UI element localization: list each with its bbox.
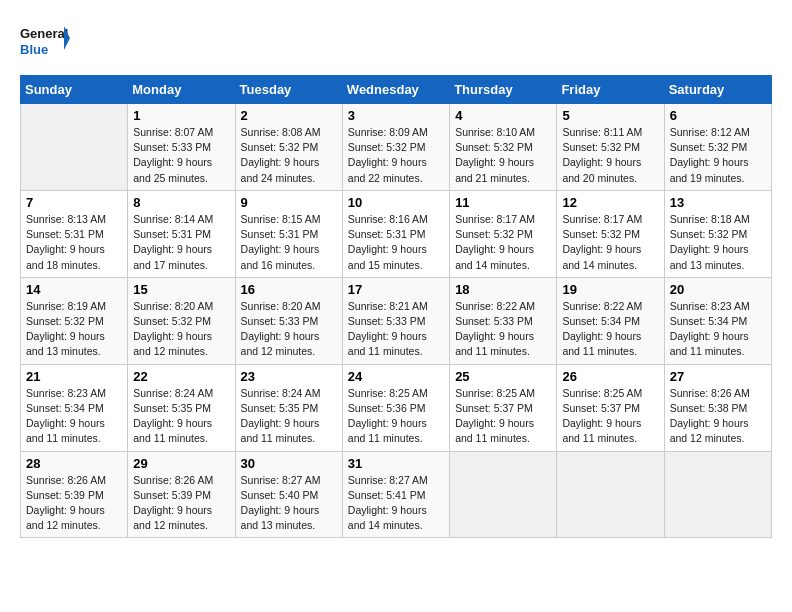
- day-number: 4: [455, 108, 551, 123]
- calendar-cell: 27Sunrise: 8:26 AMSunset: 5:38 PMDayligh…: [664, 364, 771, 451]
- page-header: General Blue: [20, 20, 772, 65]
- day-number: 8: [133, 195, 229, 210]
- weekday-header: Monday: [128, 76, 235, 104]
- day-number: 7: [26, 195, 122, 210]
- day-info: Sunrise: 8:25 AMSunset: 5:37 PMDaylight:…: [455, 386, 551, 447]
- weekday-header: Tuesday: [235, 76, 342, 104]
- day-number: 29: [133, 456, 229, 471]
- day-info: Sunrise: 8:16 AMSunset: 5:31 PMDaylight:…: [348, 212, 444, 273]
- day-number: 13: [670, 195, 766, 210]
- day-info: Sunrise: 8:22 AMSunset: 5:33 PMDaylight:…: [455, 299, 551, 360]
- calendar-cell: 30Sunrise: 8:27 AMSunset: 5:40 PMDayligh…: [235, 451, 342, 538]
- day-info: Sunrise: 8:13 AMSunset: 5:31 PMDaylight:…: [26, 212, 122, 273]
- day-info: Sunrise: 8:23 AMSunset: 5:34 PMDaylight:…: [670, 299, 766, 360]
- calendar-cell: 22Sunrise: 8:24 AMSunset: 5:35 PMDayligh…: [128, 364, 235, 451]
- day-number: 26: [562, 369, 658, 384]
- day-number: 30: [241, 456, 337, 471]
- day-info: Sunrise: 8:20 AMSunset: 5:32 PMDaylight:…: [133, 299, 229, 360]
- calendar-table: SundayMondayTuesdayWednesdayThursdayFrid…: [20, 75, 772, 538]
- calendar-cell: 18Sunrise: 8:22 AMSunset: 5:33 PMDayligh…: [450, 277, 557, 364]
- weekday-header-row: SundayMondayTuesdayWednesdayThursdayFrid…: [21, 76, 772, 104]
- day-number: 24: [348, 369, 444, 384]
- day-info: Sunrise: 8:20 AMSunset: 5:33 PMDaylight:…: [241, 299, 337, 360]
- calendar-cell: 20Sunrise: 8:23 AMSunset: 5:34 PMDayligh…: [664, 277, 771, 364]
- day-info: Sunrise: 8:17 AMSunset: 5:32 PMDaylight:…: [455, 212, 551, 273]
- day-number: 25: [455, 369, 551, 384]
- day-info: Sunrise: 8:23 AMSunset: 5:34 PMDaylight:…: [26, 386, 122, 447]
- weekday-header: Sunday: [21, 76, 128, 104]
- svg-text:General: General: [20, 26, 68, 41]
- calendar-week-row: 28Sunrise: 8:26 AMSunset: 5:39 PMDayligh…: [21, 451, 772, 538]
- calendar-cell: 7Sunrise: 8:13 AMSunset: 5:31 PMDaylight…: [21, 190, 128, 277]
- day-info: Sunrise: 8:07 AMSunset: 5:33 PMDaylight:…: [133, 125, 229, 186]
- day-number: 18: [455, 282, 551, 297]
- day-number: 11: [455, 195, 551, 210]
- day-info: Sunrise: 8:18 AMSunset: 5:32 PMDaylight:…: [670, 212, 766, 273]
- calendar-cell: 21Sunrise: 8:23 AMSunset: 5:34 PMDayligh…: [21, 364, 128, 451]
- day-number: 17: [348, 282, 444, 297]
- calendar-cell: 2Sunrise: 8:08 AMSunset: 5:32 PMDaylight…: [235, 104, 342, 191]
- day-number: 12: [562, 195, 658, 210]
- calendar-cell: 28Sunrise: 8:26 AMSunset: 5:39 PMDayligh…: [21, 451, 128, 538]
- logo-svg: General Blue: [20, 20, 70, 65]
- calendar-cell: 1Sunrise: 8:07 AMSunset: 5:33 PMDaylight…: [128, 104, 235, 191]
- day-number: 22: [133, 369, 229, 384]
- calendar-cell: 9Sunrise: 8:15 AMSunset: 5:31 PMDaylight…: [235, 190, 342, 277]
- calendar-cell: [557, 451, 664, 538]
- day-number: 6: [670, 108, 766, 123]
- calendar-cell: 4Sunrise: 8:10 AMSunset: 5:32 PMDaylight…: [450, 104, 557, 191]
- day-info: Sunrise: 8:22 AMSunset: 5:34 PMDaylight:…: [562, 299, 658, 360]
- day-number: 27: [670, 369, 766, 384]
- day-info: Sunrise: 8:26 AMSunset: 5:38 PMDaylight:…: [670, 386, 766, 447]
- calendar-week-row: 7Sunrise: 8:13 AMSunset: 5:31 PMDaylight…: [21, 190, 772, 277]
- calendar-cell: [21, 104, 128, 191]
- day-number: 14: [26, 282, 122, 297]
- logo: General Blue: [20, 20, 70, 65]
- day-info: Sunrise: 8:27 AMSunset: 5:40 PMDaylight:…: [241, 473, 337, 534]
- day-info: Sunrise: 8:24 AMSunset: 5:35 PMDaylight:…: [241, 386, 337, 447]
- day-number: 5: [562, 108, 658, 123]
- calendar-cell: [664, 451, 771, 538]
- day-number: 31: [348, 456, 444, 471]
- day-number: 21: [26, 369, 122, 384]
- calendar-cell: 12Sunrise: 8:17 AMSunset: 5:32 PMDayligh…: [557, 190, 664, 277]
- day-info: Sunrise: 8:26 AMSunset: 5:39 PMDaylight:…: [133, 473, 229, 534]
- day-number: 28: [26, 456, 122, 471]
- day-info: Sunrise: 8:19 AMSunset: 5:32 PMDaylight:…: [26, 299, 122, 360]
- calendar-cell: 25Sunrise: 8:25 AMSunset: 5:37 PMDayligh…: [450, 364, 557, 451]
- svg-text:Blue: Blue: [20, 42, 48, 57]
- calendar-cell: 5Sunrise: 8:11 AMSunset: 5:32 PMDaylight…: [557, 104, 664, 191]
- day-info: Sunrise: 8:24 AMSunset: 5:35 PMDaylight:…: [133, 386, 229, 447]
- weekday-header: Thursday: [450, 76, 557, 104]
- day-number: 10: [348, 195, 444, 210]
- day-number: 15: [133, 282, 229, 297]
- day-info: Sunrise: 8:10 AMSunset: 5:32 PMDaylight:…: [455, 125, 551, 186]
- day-info: Sunrise: 8:15 AMSunset: 5:31 PMDaylight:…: [241, 212, 337, 273]
- day-info: Sunrise: 8:26 AMSunset: 5:39 PMDaylight:…: [26, 473, 122, 534]
- calendar-cell: 26Sunrise: 8:25 AMSunset: 5:37 PMDayligh…: [557, 364, 664, 451]
- day-number: 20: [670, 282, 766, 297]
- calendar-cell: [450, 451, 557, 538]
- day-info: Sunrise: 8:21 AMSunset: 5:33 PMDaylight:…: [348, 299, 444, 360]
- day-info: Sunrise: 8:12 AMSunset: 5:32 PMDaylight:…: [670, 125, 766, 186]
- day-info: Sunrise: 8:25 AMSunset: 5:36 PMDaylight:…: [348, 386, 444, 447]
- day-info: Sunrise: 8:17 AMSunset: 5:32 PMDaylight:…: [562, 212, 658, 273]
- day-number: 2: [241, 108, 337, 123]
- calendar-week-row: 14Sunrise: 8:19 AMSunset: 5:32 PMDayligh…: [21, 277, 772, 364]
- day-number: 3: [348, 108, 444, 123]
- calendar-cell: 11Sunrise: 8:17 AMSunset: 5:32 PMDayligh…: [450, 190, 557, 277]
- day-number: 19: [562, 282, 658, 297]
- calendar-cell: 10Sunrise: 8:16 AMSunset: 5:31 PMDayligh…: [342, 190, 449, 277]
- calendar-cell: 14Sunrise: 8:19 AMSunset: 5:32 PMDayligh…: [21, 277, 128, 364]
- calendar-cell: 29Sunrise: 8:26 AMSunset: 5:39 PMDayligh…: [128, 451, 235, 538]
- day-number: 16: [241, 282, 337, 297]
- day-info: Sunrise: 8:14 AMSunset: 5:31 PMDaylight:…: [133, 212, 229, 273]
- day-info: Sunrise: 8:11 AMSunset: 5:32 PMDaylight:…: [562, 125, 658, 186]
- day-number: 23: [241, 369, 337, 384]
- day-number: 1: [133, 108, 229, 123]
- calendar-week-row: 1Sunrise: 8:07 AMSunset: 5:33 PMDaylight…: [21, 104, 772, 191]
- calendar-cell: 19Sunrise: 8:22 AMSunset: 5:34 PMDayligh…: [557, 277, 664, 364]
- calendar-cell: 3Sunrise: 8:09 AMSunset: 5:32 PMDaylight…: [342, 104, 449, 191]
- calendar-cell: 24Sunrise: 8:25 AMSunset: 5:36 PMDayligh…: [342, 364, 449, 451]
- calendar-cell: 15Sunrise: 8:20 AMSunset: 5:32 PMDayligh…: [128, 277, 235, 364]
